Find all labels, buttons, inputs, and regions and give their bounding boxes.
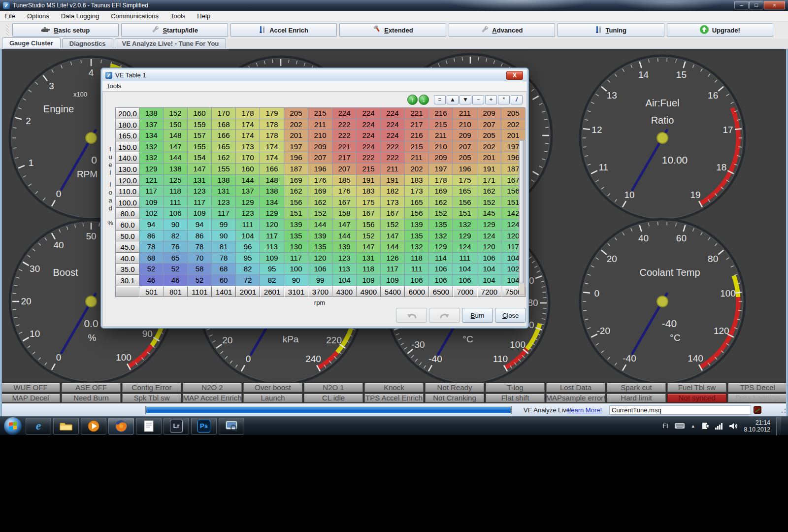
decrease-icon[interactable]: − bbox=[472, 95, 484, 104]
ve-cell[interactable]: 129 bbox=[477, 219, 501, 231]
ve-cell[interactable]: 165 bbox=[212, 141, 236, 153]
taskbar-clock[interactable]: 21:14 8.10.2012 bbox=[744, 419, 770, 433]
ve-cell[interactable]: 170 bbox=[236, 152, 260, 164]
ve-cell[interactable]: 106 bbox=[164, 208, 188, 219]
ve-cell[interactable]: 222 bbox=[332, 119, 357, 131]
action-center-icon[interactable] bbox=[701, 422, 709, 430]
ve-cell[interactable]: 109 bbox=[139, 197, 164, 208]
ve-cell[interactable]: 197 bbox=[429, 164, 453, 175]
ve-cell[interactable]: 191 bbox=[477, 164, 501, 175]
taskbar-notepad[interactable] bbox=[136, 418, 162, 434]
table-scrollbar[interactable] bbox=[519, 139, 525, 295]
ve-cell[interactable]: 114 bbox=[429, 253, 453, 264]
scale-icon[interactable]: * bbox=[498, 95, 510, 104]
ve-cell[interactable]: 117 bbox=[381, 264, 405, 275]
ve-cell[interactable]: 135 bbox=[284, 231, 308, 242]
ve-cell[interactable]: 90 bbox=[212, 231, 236, 242]
ve-cell[interactable]: 132 bbox=[139, 141, 164, 153]
ve-cell[interactable]: 120 bbox=[308, 253, 332, 264]
ve-cell[interactable]: 104 bbox=[236, 231, 260, 242]
ve-cell[interactable]: 156 bbox=[357, 219, 381, 231]
minimize-button[interactable]: – bbox=[734, 1, 749, 9]
ve-cell[interactable]: 166 bbox=[260, 164, 284, 175]
ve-cell[interactable]: 176 bbox=[332, 186, 357, 197]
ve-cell[interactable]: 104 bbox=[453, 264, 477, 275]
ve-cell[interactable]: 183 bbox=[357, 186, 381, 197]
ve-cell[interactable]: 100 bbox=[284, 264, 308, 275]
tab-ve-analyze-live-tune-for-you[interactable]: VE Analyze Live! - Tune For You bbox=[115, 38, 227, 48]
learn-more-link[interactable]: Learn More! bbox=[567, 406, 602, 414]
menu-file[interactable]: File bbox=[5, 12, 15, 20]
ve-cell[interactable]: 160 bbox=[188, 108, 212, 119]
ve-cell[interactable]: 120 bbox=[477, 241, 501, 253]
increment-icon[interactable]: ▲ bbox=[447, 95, 459, 104]
ve-cell[interactable]: 81 bbox=[212, 241, 236, 253]
ve-cell[interactable]: 156 bbox=[284, 197, 308, 208]
network-icon[interactable] bbox=[715, 423, 723, 430]
ve-cell[interactable]: 191 bbox=[357, 175, 381, 186]
ve-cell[interactable]: 139 bbox=[405, 219, 429, 231]
ve-cell[interactable]: 183 bbox=[405, 175, 429, 186]
ve-cell[interactable]: 205 bbox=[453, 152, 477, 164]
ve-cell[interactable]: 210 bbox=[453, 119, 477, 131]
ve-cell[interactable]: 118 bbox=[405, 253, 429, 264]
ve-cell[interactable]: 148 bbox=[164, 130, 188, 141]
ve-cell[interactable]: 210 bbox=[429, 141, 453, 153]
ve-cell[interactable]: 162 bbox=[284, 186, 308, 197]
taskbar-screen-capture[interactable] bbox=[219, 418, 244, 434]
ve-cell[interactable]: 144 bbox=[236, 175, 260, 186]
set-equal-icon[interactable]: = bbox=[434, 95, 446, 104]
ve-cell[interactable]: 117 bbox=[284, 253, 308, 264]
ve-cell[interactable]: 221 bbox=[405, 108, 429, 119]
ve-cell[interactable]: 65 bbox=[164, 253, 188, 264]
ve-cell[interactable]: 222 bbox=[332, 130, 357, 141]
ve-cell[interactable]: 224 bbox=[381, 108, 405, 119]
ve-cell[interactable]: 147 bbox=[164, 141, 188, 153]
ve-cell[interactable]: 178 bbox=[429, 175, 453, 186]
ve-cell[interactable]: 166 bbox=[212, 130, 236, 141]
ve-cell[interactable]: 156 bbox=[453, 197, 477, 208]
burn-button[interactable]: Burn bbox=[462, 308, 493, 323]
ve-cell[interactable]: 106 bbox=[477, 253, 501, 264]
ve-cell[interactable]: 174 bbox=[236, 119, 260, 131]
ve-cell[interactable]: 207 bbox=[477, 119, 501, 131]
ve-cell[interactable]: 217 bbox=[405, 119, 429, 131]
ve-cell[interactable]: 169 bbox=[308, 186, 332, 197]
ve-cell[interactable]: 99 bbox=[212, 219, 236, 231]
ve-cell[interactable]: 139 bbox=[284, 219, 308, 231]
ve-cell[interactable]: 106 bbox=[429, 275, 453, 286]
ve-cell[interactable]: 109 bbox=[381, 275, 405, 286]
ve-cell[interactable]: 154 bbox=[188, 152, 212, 164]
redo-button[interactable] bbox=[429, 308, 460, 323]
ve-cell[interactable]: 138 bbox=[139, 108, 164, 119]
ve-cell[interactable]: 224 bbox=[357, 130, 381, 141]
ve-cell[interactable]: 137 bbox=[236, 186, 260, 197]
ve-cell[interactable]: 130 bbox=[284, 241, 308, 253]
tab-gauge-cluster[interactable]: Gauge Cluster bbox=[2, 37, 61, 48]
ve-cell[interactable]: 137 bbox=[139, 119, 164, 131]
dialog-titlebar[interactable]: VE Table 1 X bbox=[102, 69, 527, 81]
ve-cell[interactable]: 82 bbox=[236, 264, 260, 275]
increase-icon[interactable]: + bbox=[485, 95, 497, 104]
ve-cell[interactable]: 209 bbox=[453, 130, 477, 141]
ve-cell[interactable]: 117 bbox=[212, 208, 236, 219]
ve-cell[interactable]: 216 bbox=[405, 130, 429, 141]
ve-cell[interactable]: 138 bbox=[260, 186, 284, 197]
ve-cell[interactable]: 132 bbox=[429, 231, 453, 242]
ve-cell[interactable]: 176 bbox=[308, 175, 332, 186]
extended-button[interactable]: Extended bbox=[339, 23, 446, 37]
ve-cell[interactable]: 217 bbox=[332, 152, 357, 164]
ve-cell[interactable]: 70 bbox=[188, 253, 212, 264]
basic-setup-button[interactable]: Basic setup bbox=[12, 23, 119, 37]
ve-cell[interactable]: 152 bbox=[308, 208, 332, 219]
ve-cell[interactable]: 94 bbox=[188, 219, 212, 231]
ve-cell[interactable]: 95 bbox=[236, 253, 260, 264]
ve-cell[interactable]: 46 bbox=[164, 275, 188, 286]
volume-icon[interactable] bbox=[729, 423, 738, 430]
ve-cell[interactable]: 151 bbox=[284, 208, 308, 219]
ve-cell[interactable]: 156 bbox=[405, 208, 429, 219]
ve-cell[interactable]: 123 bbox=[332, 253, 357, 264]
ve-cell[interactable]: 207 bbox=[308, 152, 332, 164]
ve-cell[interactable]: 113 bbox=[332, 264, 357, 275]
ve-cell[interactable]: 124 bbox=[477, 231, 501, 242]
